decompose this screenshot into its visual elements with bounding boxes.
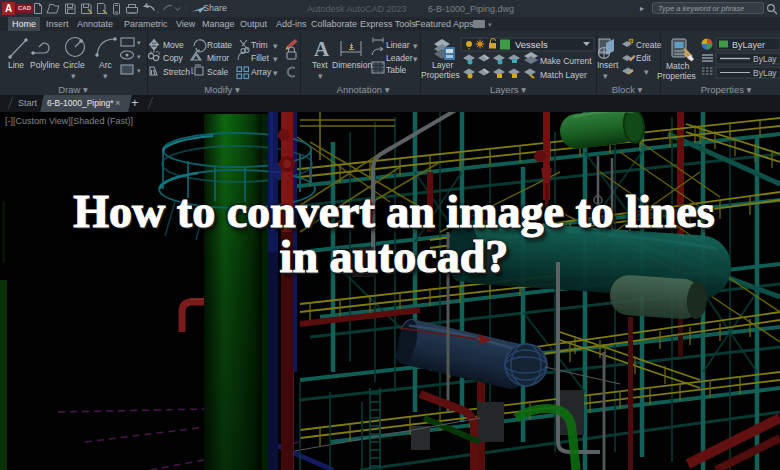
svg-text:ByLay: ByLay <box>753 68 777 78</box>
svg-text:Vessels: Vessels <box>515 39 548 50</box>
svg-text:ByLay: ByLay <box>753 54 777 64</box>
svg-text:▾: ▾ <box>137 53 141 60</box>
svg-text:▾: ▾ <box>137 39 141 46</box>
svg-text:▾: ▾ <box>137 67 141 74</box>
svg-text:ByLayer: ByLayer <box>732 40 765 50</box>
svg-text:A: A <box>314 37 330 61</box>
